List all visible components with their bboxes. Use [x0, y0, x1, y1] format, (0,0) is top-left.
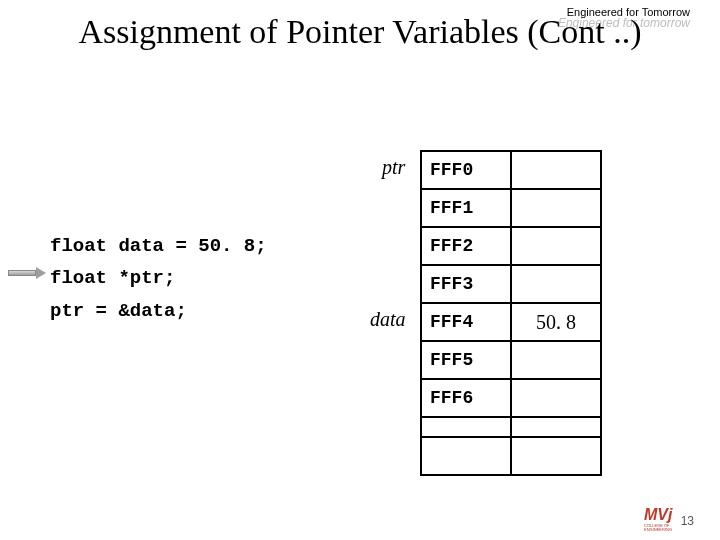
mem-gap-row [420, 416, 602, 436]
code-line-1: float data = 50. 8; [50, 230, 267, 262]
mem-row: FFF6 [420, 378, 602, 416]
code-line-2: float *ptr; [50, 262, 267, 294]
current-line-arrow [8, 267, 46, 279]
mem-row: FFF5 [420, 340, 602, 378]
logo-text: MVj [644, 506, 698, 524]
addr-cell: FFF3 [420, 264, 512, 304]
val-cell [510, 378, 602, 418]
slide-title: Assignment of Pointer Variables (Cont ..… [20, 12, 700, 53]
mem-row: FFF2 [420, 226, 602, 264]
val-cell [510, 150, 602, 190]
label-data: data [370, 308, 406, 331]
mem-row: FFF1 [420, 188, 602, 226]
addr-cell: FFF6 [420, 378, 512, 418]
addr-cell: FFF2 [420, 226, 512, 266]
val-cell [510, 188, 602, 228]
val-cell [510, 436, 602, 476]
addr-cell: FFF4 [420, 302, 512, 342]
addr-cell: FFF1 [420, 188, 512, 228]
code-line-3: ptr = &data; [50, 295, 267, 327]
logo-subtext: COLLEGE OF ENGINEERING [644, 524, 698, 532]
memory-diagram: FFF0 FFF1 FFF2 FFF3 FFF4 50. 8 FFF5 FFF6 [420, 150, 602, 474]
mem-row: FFF4 50. 8 [420, 302, 602, 340]
val-cell [510, 226, 602, 266]
mem-row: FFF0 [420, 150, 602, 188]
addr-cell [420, 436, 512, 476]
val-cell: 50. 8 [510, 302, 602, 342]
addr-cell: FFF0 [420, 150, 512, 190]
val-cell [510, 340, 602, 380]
code-block: float data = 50. 8; float *ptr; ptr = &d… [50, 230, 267, 327]
label-ptr: ptr [382, 156, 405, 179]
mem-row [420, 436, 602, 474]
mem-row: FFF3 [420, 264, 602, 302]
college-logo: MVj COLLEGE OF ENGINEERING [644, 506, 698, 534]
val-cell [510, 264, 602, 304]
addr-cell: FFF5 [420, 340, 512, 380]
